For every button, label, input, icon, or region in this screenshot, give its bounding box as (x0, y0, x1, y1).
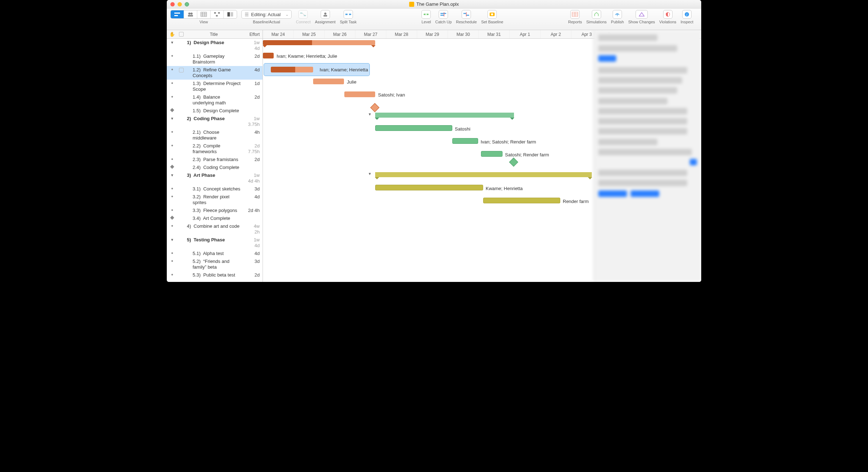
task-bar[interactable]: Kwame; Henrietta (375, 185, 483, 190)
row-marker[interactable]: • (167, 129, 178, 141)
task-bar[interactable]: Ivan; Kwame; Henrietta; Julie (263, 53, 274, 58)
row-note[interactable] (178, 251, 185, 256)
row-effort[interactable]: 2d (243, 53, 263, 65)
row-marker[interactable]: • (167, 223, 178, 235)
outline-row[interactable]: •1.1) Gameplay Brainstorm2d (167, 52, 263, 66)
row-marker[interactable]: • (167, 186, 178, 192)
row-effort[interactable]: 4d (243, 67, 263, 79)
row-title[interactable]: 5) Testing Phase (185, 237, 243, 249)
date-column[interactable]: Mar 24 (263, 30, 294, 38)
chevron-down-icon[interactable]: ▼ (368, 172, 372, 176)
reports-button[interactable] (570, 10, 580, 19)
outline-row[interactable]: •2.2) Compile frameworks2d7.75h (167, 142, 263, 156)
row-title[interactable]: 2.1) Choose middleware (185, 129, 243, 141)
row-effort[interactable]: 2d (243, 272, 263, 278)
row-effort[interactable]: 1w4d (243, 40, 263, 51)
row-note[interactable] (178, 259, 185, 270)
row-note[interactable] (178, 186, 185, 192)
task-bar[interactable] (271, 67, 313, 72)
row-note[interactable] (178, 216, 185, 221)
row-note[interactable] (178, 157, 185, 162)
date-column[interactable]: Mar 30 (448, 30, 479, 38)
row-marker[interactable]: • (167, 81, 178, 92)
outline-row[interactable]: •3.2) Render pixel sprites4d (167, 193, 263, 207)
row-note[interactable] (178, 40, 185, 51)
view-styles-button[interactable] (224, 10, 237, 18)
date-column[interactable]: Mar 28 (386, 30, 417, 38)
row-note[interactable] (178, 53, 185, 65)
row-effort[interactable] (243, 165, 263, 170)
date-column[interactable]: Apr 2 (541, 30, 571, 38)
row-title[interactable]: 1.5) Design Complete (185, 108, 243, 114)
row-title[interactable]: 5.1) Alpha test (185, 251, 243, 256)
row-note[interactable] (178, 208, 185, 213)
outline-row[interactable]: •2.3) Parse framistans2d (167, 156, 263, 164)
row-title[interactable]: 3.1) Concept sketches (185, 186, 243, 192)
view-network-button[interactable] (211, 10, 224, 18)
outline-row[interactable]: •5.1) Alpha test4d (167, 250, 263, 258)
task-bar[interactable]: Julie (313, 79, 344, 84)
split-task-button[interactable] (344, 10, 353, 19)
row-marker[interactable]: • (167, 194, 178, 206)
baseline-dropdown[interactable]: ☰ Editing: Actual ⌄ (241, 10, 292, 19)
row-note[interactable] (178, 237, 185, 249)
row-effort[interactable]: 3d (243, 186, 263, 192)
row-title[interactable]: 1.3) Determine Project Scope (185, 81, 243, 92)
outline-row[interactable]: •1.3) Determine Project Scope1d (167, 80, 263, 93)
row-effort[interactable] (243, 216, 263, 221)
view-gantt-button[interactable] (171, 10, 184, 18)
minimize-window-button[interactable] (178, 2, 182, 6)
chevron-down-icon[interactable]: ▼ (170, 173, 174, 177)
outline-row[interactable]: ▼5) Testing Phase1w4d (167, 236, 263, 250)
row-note[interactable] (178, 129, 185, 141)
row-effort[interactable]: 2d 4h (243, 208, 263, 213)
row-note[interactable] (178, 94, 185, 106)
row-marker[interactable]: ▼ (167, 237, 178, 249)
row-effort[interactable]: 1w4d 4h (243, 173, 263, 184)
zoom-window-button[interactable] (185, 2, 189, 6)
row-note[interactable] (178, 108, 185, 114)
row-effort[interactable]: 4w2h (243, 223, 263, 235)
outline-row[interactable]: ▼2) Coding Phase1w3.75h (167, 115, 263, 128)
row-note[interactable] (178, 81, 185, 92)
note-icon[interactable] (179, 68, 184, 72)
row-marker[interactable] (167, 165, 178, 170)
outline-row[interactable]: •5.3) Public beta test2d (167, 271, 263, 279)
chevron-down-icon[interactable]: ▼ (170, 117, 174, 121)
catchup-button[interactable] (439, 10, 448, 19)
row-effort[interactable]: 4h (243, 129, 263, 141)
row-title[interactable]: 1) Design Phase (185, 40, 243, 51)
date-column[interactable]: Apr 1 (510, 30, 541, 38)
row-marker[interactable] (167, 216, 178, 221)
task-bar[interactable]: Render farm (483, 198, 560, 203)
violations-button[interactable] (663, 10, 673, 19)
row-effort[interactable]: 1w3.75h (243, 116, 263, 127)
row-note[interactable] (178, 223, 185, 235)
date-column[interactable]: Mar 25 (294, 30, 325, 38)
outline-row[interactable]: 1.5) Design Complete (167, 107, 263, 115)
gantt-chart[interactable]: Mar 24Mar 25Mar 26Mar 27Mar 28Mar 29Mar … (263, 30, 701, 282)
outline-row[interactable]: •4) Combine art and code4w2h (167, 222, 263, 236)
outline-row[interactable]: 3.4) Art Complete (167, 214, 263, 222)
outline-row[interactable]: •3.1) Concept sketches3d (167, 185, 263, 193)
publish-button[interactable] (613, 10, 622, 19)
row-effort[interactable]: 3d (243, 259, 263, 270)
row-marker[interactable] (167, 108, 178, 114)
outline-row[interactable]: 2.4) Coding Complete (167, 164, 263, 171)
row-title[interactable]: 5.2) “Friends and family” beta (185, 259, 243, 270)
simulations-button[interactable] (592, 10, 601, 19)
date-column[interactable]: Mar 27 (355, 30, 386, 38)
show-changes-button[interactable] (636, 10, 648, 19)
row-note[interactable] (178, 272, 185, 278)
task-bar[interactable]: Ivan; Satoshi; Render farm (452, 138, 478, 144)
row-note[interactable] (178, 143, 185, 155)
row-marker[interactable]: • (167, 259, 178, 270)
outline-row[interactable]: ▼3) Art Phase1w4d 4h (167, 171, 263, 185)
milestone-diamond[interactable] (509, 157, 518, 166)
date-column[interactable]: Mar 29 (417, 30, 448, 38)
titlebar[interactable]: The Game Plan.oplx (167, 0, 701, 9)
row-effort[interactable]: 2d7.75h (243, 143, 263, 155)
task-bar[interactable]: Satoshi; Render farm (481, 151, 503, 157)
outline-row[interactable]: •3.3) Fleece polygons2d 4h (167, 207, 263, 214)
outline-row[interactable]: ▼1) Design Phase1w4d (167, 39, 263, 52)
